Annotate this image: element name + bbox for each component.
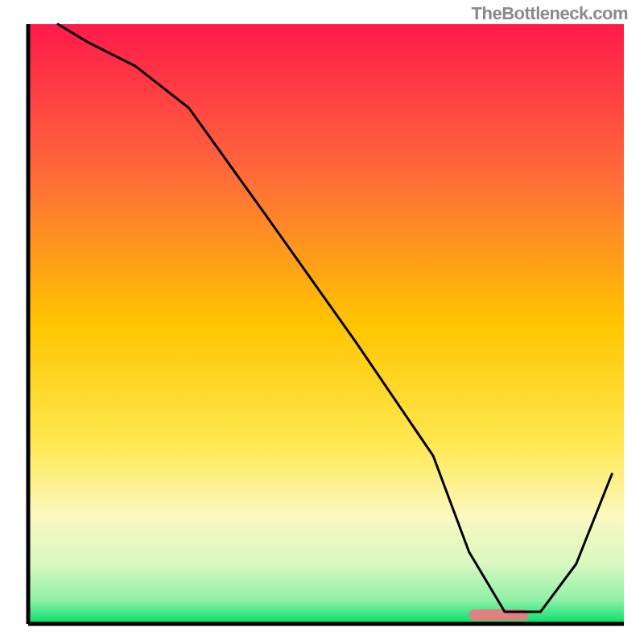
gradient-background xyxy=(28,24,624,624)
watermark-text: TheBottleneck.com xyxy=(472,3,628,24)
bottleneck-chart xyxy=(0,0,644,644)
chart-container: TheBottleneck.com xyxy=(0,0,644,644)
